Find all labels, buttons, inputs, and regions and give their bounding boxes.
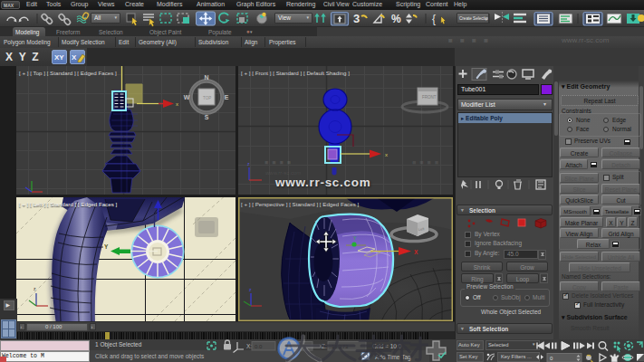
svg-text:E: E <box>225 94 229 100</box>
svg-text:X: X <box>414 249 418 255</box>
svg-text:0.0: 0.0 <box>255 344 263 349</box>
svg-text:[ + ] [ Top ] [ Standard ] [ E: [ + ] [ Top ] [ Standard ] [ Edged Faces… <box>19 70 117 76</box>
svg-text:Y: Y <box>353 235 357 241</box>
svg-text:[ + ] [ Perspective ] [ Standa: [ + ] [ Perspective ] [ Standard ] [ Edg… <box>241 201 359 207</box>
svg-text:N: N <box>204 74 208 81</box>
svg-text:X:: X: <box>246 343 252 349</box>
svg-text:S: S <box>205 114 209 120</box>
svg-text:[ + ] [ Left ] [ Standard ] [: [ + ] [ Left ] [ Standard ] [ Edged Face… <box>19 201 117 207</box>
svg-text:Y: Y <box>104 243 109 250</box>
svg-text:W: W <box>184 94 190 100</box>
svg-text:TOP: TOP <box>203 96 211 100</box>
svg-text:{: { <box>432 13 436 25</box>
svg-text:%: % <box>391 13 401 25</box>
svg-text:3: 3 <box>353 12 360 25</box>
svg-text:x: x <box>385 152 388 157</box>
svg-text:[ + ] [ Front ] [ Standard ] [: [ + ] [ Front ] [ Standard ] [ Default S… <box>241 70 350 76</box>
svg-text:x: x <box>176 101 178 107</box>
svg-text:FRONT: FRONT <box>422 95 437 100</box>
